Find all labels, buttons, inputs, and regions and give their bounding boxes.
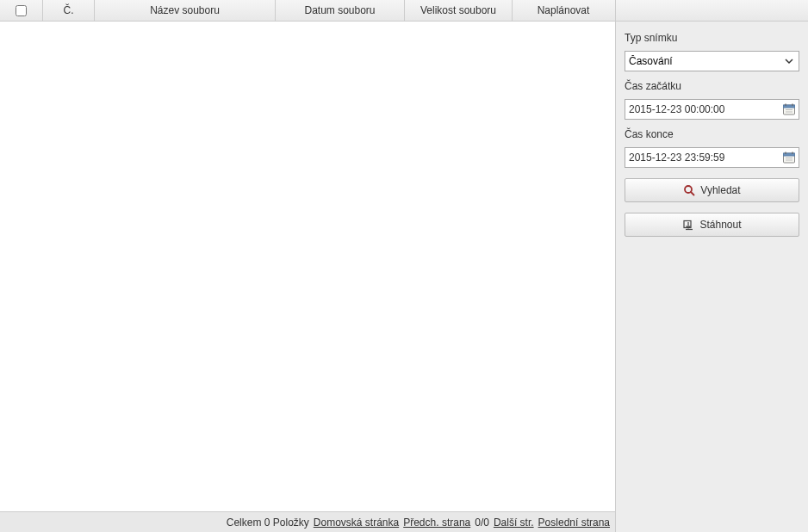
home-page-link[interactable]: Domovská stránka <box>314 517 399 529</box>
select-all-checkbox[interactable] <box>16 5 27 16</box>
header-number: Č. <box>43 0 95 21</box>
start-time-field-wrap <box>625 99 799 120</box>
search-button-label: Vyhledat <box>700 184 740 196</box>
search-panel: Typ snímku Časování Čas začátku <box>616 0 808 532</box>
table-body <box>0 22 615 511</box>
end-time-label: Čas konce <box>625 128 799 140</box>
snapshot-type-label: Typ snímku <box>625 32 799 44</box>
table-header: Č. Název souboru Datum souboru Velikost … <box>0 0 615 22</box>
search-button[interactable]: Vyhledat <box>625 178 799 202</box>
calendar-icon[interactable] <box>782 151 796 164</box>
header-checkbox-cell <box>0 0 43 21</box>
total-items-label: Celkem 0 Položky <box>227 517 309 529</box>
search-panel-body: Typ snímku Časování Čas začátku <box>616 22 808 237</box>
last-page-link[interactable]: Poslední strana <box>538 517 610 529</box>
page-indicator: 0/0 <box>475 517 489 529</box>
prev-page-link[interactable]: Předch. strana <box>403 517 470 529</box>
header-filesize: Velikost souboru <box>405 0 513 21</box>
header-filedate: Datum souboru <box>276 0 405 21</box>
table-footer: Celkem 0 Položky Domovská stránka Předch… <box>0 511 615 532</box>
search-icon <box>683 184 695 196</box>
file-list-panel: Č. Název souboru Datum souboru Velikost … <box>0 0 616 532</box>
download-icon <box>682 219 694 231</box>
snapshot-type-select-wrap: Časování <box>625 51 799 71</box>
end-time-field-wrap <box>625 147 799 168</box>
svg-line-13 <box>691 192 694 195</box>
calendar-icon[interactable] <box>782 102 796 116</box>
search-panel-header <box>616 0 808 22</box>
start-time-input[interactable] <box>625 99 799 120</box>
header-filename: Název souboru <box>95 0 276 21</box>
snapshot-type-select[interactable]: Časování <box>625 51 799 71</box>
download-button[interactable]: Stáhnout <box>625 213 799 237</box>
end-time-input[interactable] <box>625 147 799 168</box>
header-plan: Naplánovat <box>513 0 614 21</box>
next-page-link[interactable]: Další str. <box>494 517 534 529</box>
download-button-label: Stáhnout <box>699 219 741 231</box>
start-time-label: Čas začátku <box>625 80 799 92</box>
